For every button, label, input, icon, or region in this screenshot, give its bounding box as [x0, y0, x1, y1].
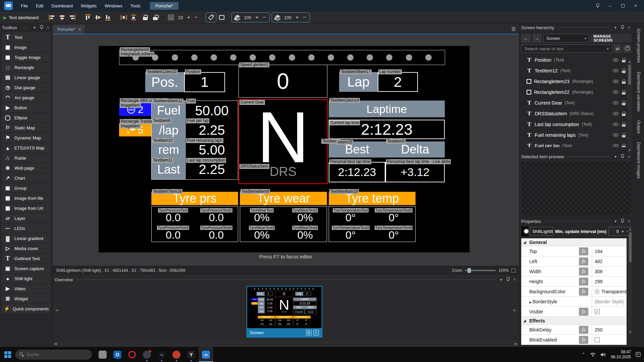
taskbar-app-opera[interactable]	[125, 347, 140, 362]
speed-box[interactable]: 0	[238, 65, 327, 98]
tyre-cell[interactable]: TyrePressureText0.0	[152, 206, 195, 224]
visibility-eye-icon[interactable]	[613, 68, 619, 73]
fx-binding-button[interactable]: fx	[579, 326, 588, 334]
tyre-cell[interactable]: TyreWearText40%	[283, 224, 327, 242]
tyre-cell[interactable]: TyrePressureText20.0	[195, 206, 238, 224]
volume-icon[interactable]	[600, 352, 606, 357]
tyre-cell[interactable]: TyreTemperatureText20°	[372, 206, 416, 224]
fx-binding-button[interactable]: fx	[579, 247, 588, 255]
toolbox-item-static-map[interactable]: ⚐Static Map	[2, 123, 51, 132]
lock-icon[interactable]	[622, 101, 626, 105]
test-dashboard-button[interactable]: ▶ Test dashboard	[0, 15, 42, 20]
back-button[interactable]: ←	[521, 34, 531, 43]
taskbar-app-steam[interactable]: ○	[154, 347, 169, 362]
taskbar-app-browser[interactable]	[169, 347, 184, 362]
properties-section-effects[interactable]: ◢Effects	[521, 317, 627, 325]
lock-icon[interactable]	[622, 69, 626, 73]
toolbox-item-rectangle[interactable]: □Rectangle	[2, 63, 51, 72]
fx-binding-button[interactable]: fx	[579, 257, 588, 265]
tray-chevron-icon[interactable]: ⌃	[582, 352, 585, 357]
hierarchy-pin-icon[interactable]	[620, 25, 625, 30]
visibility-eye-icon[interactable]	[613, 133, 619, 137]
position-value-box[interactable]: 1	[184, 72, 225, 92]
toolbox-item-chart[interactable]: ↗Chart	[2, 173, 51, 183]
toolbox-item-text[interactable]: TText	[2, 33, 51, 42]
distribute-vertical-button[interactable]	[129, 13, 138, 22]
hierarchy-item-current-gear[interactable]: TCurrent Gear(Text)	[519, 98, 627, 108]
delta-value-box[interactable]: +3.12	[385, 162, 445, 182]
minimize-button[interactable]: –	[605, 2, 615, 10]
hierarchy-close-icon[interactable]: ×	[627, 25, 631, 29]
menu-dashboard[interactable]: Dashboard	[48, 2, 76, 10]
lock-icon[interactable]	[141, 13, 150, 22]
toolbox-item-toggle-image[interactable]: ▩Toggle Image	[2, 53, 51, 62]
property-value[interactable]: 250	[592, 325, 627, 335]
wifi-icon[interactable]	[590, 352, 596, 357]
menu-edit[interactable]: Edit	[33, 2, 47, 10]
property-value[interactable]: 299	[592, 277, 627, 286]
fuel-row-label[interactable]: Fuel	[152, 101, 186, 121]
toolbox-item-ellipse[interactable]: ◯Ellipse	[2, 113, 51, 122]
zoom-slider[interactable]	[465, 270, 496, 271]
foreground-scale-value[interactable]: 100	[284, 15, 291, 20]
tag-tool-button[interactable]	[206, 12, 216, 22]
background-scale-decrease[interactable]: −	[261, 14, 267, 21]
hierarchy-item-fuel-per-lap[interactable]: TFuel per lap(Text)	[519, 140, 627, 147]
toolbox-item-screen-capture[interactable]: ▣Screen capture	[2, 264, 51, 273]
visibility-eye-icon[interactable]	[613, 143, 619, 147]
hierarchy-scrollbar[interactable]: ▲▼	[627, 60, 632, 153]
toolbox-item-dynamic-map[interactable]: ⚑Dynamic Map	[2, 133, 51, 142]
toolbox-item-image-from-file[interactable]: ▦Image from file	[2, 193, 51, 203]
visibility-eye-icon[interactable]	[613, 101, 619, 105]
layers-f-icon[interactable]: F	[274, 14, 281, 21]
manage-screens-button[interactable]: MANAGE SCREENS	[591, 34, 631, 43]
properties-scrollbar[interactable]: ▲▼	[628, 228, 633, 334]
toolbox-item-image[interactable]: ▦Image	[2, 43, 51, 52]
property-value[interactable]: 308	[592, 266, 627, 276]
visibility-eye-icon[interactable]	[613, 79, 619, 84]
led-strip[interactable]	[119, 50, 445, 65]
toolbox-item-group[interactable]: ▣Group	[2, 183, 51, 193]
tyre-cell[interactable]: TyreTemperatureText30°	[329, 224, 372, 242]
fuel-row-value[interactable]: 50.00	[186, 101, 238, 121]
menu-tools[interactable]: Tools	[127, 2, 144, 10]
taskbar-app-discord[interactable]	[140, 347, 154, 362]
toolbox-item-button[interactable]: ▶Button	[2, 103, 51, 112]
toolbox-item-linear-gradient[interactable]: ▓Linear gradient	[2, 234, 51, 243]
lock-icon[interactable]	[622, 144, 626, 147]
preview-close-icon[interactable]: ×	[627, 155, 631, 159]
visibility-eye-icon[interactable]	[613, 90, 619, 95]
lap-value-box[interactable]: 2	[378, 72, 418, 92]
lock-icon[interactable]	[622, 122, 626, 127]
align-bottom-button[interactable]	[104, 13, 112, 22]
fx-binding-button[interactable]: fx	[579, 288, 588, 296]
property-value[interactable]: 482	[592, 256, 627, 266]
expand-icon[interactable]: ▶	[529, 301, 532, 304]
fx-binding-button[interactable]: fx	[579, 278, 588, 286]
grid-size-value[interactable]: 23	[178, 15, 183, 20]
forward-button[interactable]: →	[532, 34, 542, 43]
taskbar-app-simhub[interactable]: ∞	[199, 347, 213, 362]
hierarchy-item-position[interactable]: TPosition(Text)	[519, 55, 627, 65]
tab-porsche[interactable]: Porsche* ×	[53, 25, 84, 34]
overview-pin-icon[interactable]	[505, 277, 510, 282]
toolbox-item-quick-components[interactable]: ⚡Quick components	[2, 304, 51, 313]
start-button[interactable]	[0, 347, 15, 362]
toolbox-item-widget[interactable]: ⊞Widget	[2, 294, 51, 303]
background-scale-increase[interactable]: +	[254, 14, 260, 21]
pos-label-box[interactable]: Pos.	[145, 72, 184, 92]
layers-b-icon[interactable]: B	[234, 14, 241, 21]
toolbox-item-dial-gauge[interactable]: ◷Dial gauge	[2, 83, 51, 92]
menu-windows[interactable]: Windows	[101, 2, 126, 10]
align-middle-button[interactable]	[94, 13, 102, 22]
align-left-button[interactable]	[48, 13, 56, 22]
toolbox-item-web-page[interactable]: ⊕Web page	[2, 163, 51, 173]
tyre-section-tyre-temp[interactable]: Tyre tempTyreTemperatureText0°TyreTemper…	[329, 192, 416, 242]
toolbox-item-radar[interactable]: ∴Radar	[2, 153, 51, 163]
lock-icon[interactable]	[622, 58, 626, 62]
hierarchy-item-last-lap-consumption[interactable]: TLast lap consumption(Text)	[519, 119, 627, 130]
section-expand-icon[interactable]: ◢	[521, 319, 528, 322]
taskbar-search[interactable]	[15, 350, 92, 360]
property-value[interactable]: Transparent	[592, 287, 627, 296]
properties-pin-icon[interactable]	[620, 219, 625, 224]
